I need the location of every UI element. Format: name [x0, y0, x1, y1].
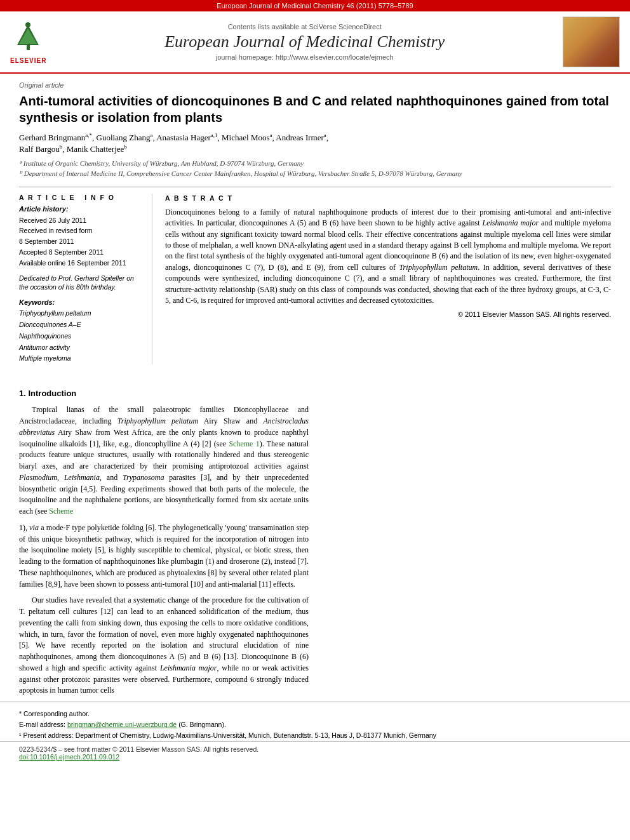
- email-author-name: (G. Bringmann).: [178, 721, 226, 728]
- article-title: Anti-tumoral activities of dioncoquinone…: [19, 93, 611, 126]
- body-two-col: 1. Introduction Tropical lianas of the s…: [19, 387, 611, 702]
- abstract-text: Dioncoquinones belong to a family of nat…: [165, 207, 611, 307]
- right-col-placeholder: [321, 387, 611, 397]
- article-history-label: Article history:: [19, 205, 144, 213]
- email-label: E-mail address:: [19, 721, 65, 728]
- issn-line: 0223-5234/$ – see front matter © 2011 El…: [19, 745, 611, 753]
- author-3: Anastasia Hagera,1,: [156, 133, 222, 142]
- author-7: Manik Chatterjeeb: [67, 144, 127, 154]
- affiliation-b: ᵇ Department of Internal Medicine II, Co…: [19, 168, 611, 179]
- author-1: Gerhard Bringmanna,*,: [19, 133, 97, 142]
- accepted-date: Accepted 8 September 2011: [19, 247, 144, 258]
- elsevier-tree-icon: [11, 20, 46, 55]
- journal-reference-text: European Journal of Medicinal Chemistry …: [217, 2, 413, 10]
- keywords-label: Keywords:: [19, 298, 144, 306]
- svg-point-4: [25, 22, 30, 27]
- elsevier-logo-area: ELSEVIER: [10, 20, 46, 64]
- article-info-abstract: A R T I C L E I N F O Article history: R…: [19, 194, 611, 365]
- email-line: E-mail address: bringman@chemie.uni-wuer…: [19, 719, 611, 730]
- article-type-label: Original article: [19, 81, 611, 89]
- corresponding-author-note: * Corresponding author.: [19, 709, 611, 719]
- journal-cover-thumbnail: [563, 17, 620, 67]
- keyword-4: Antitumor activity: [19, 342, 144, 354]
- intro-paragraph-2: 1), via a mode-F type polyketide folding…: [19, 523, 309, 590]
- abstract-col: A B S T R A C T Dioncoquinones belong to…: [165, 194, 611, 365]
- body-right-col: [321, 387, 611, 702]
- author-5: Andreas Irmera,: [276, 133, 328, 142]
- author-4: Michael Moosa,: [222, 133, 276, 142]
- intro-section-num: 1.: [19, 389, 26, 398]
- keyword-2: Dioncoquinones A–E: [19, 319, 144, 331]
- article-info-col: A R T I C L E I N F O Article history: R…: [19, 194, 152, 365]
- article-body: 1. Introduction Tropical lianas of the s…: [0, 387, 630, 702]
- journal-homepage-url: journal homepage: http://www.elsevier.co…: [54, 53, 555, 61]
- dedication-text: Dedicated to Prof. Gerhard Spiteller on …: [19, 274, 144, 292]
- article-content: Original article Anti-tumoral activities…: [0, 74, 630, 377]
- author-6: Ralf Bargoub,: [19, 144, 67, 154]
- keyword-1: Triphyophyllum peltatum: [19, 308, 144, 319]
- footnote-1: ¹ Present address: Department of Chemist…: [19, 730, 611, 741]
- abstract-header: A B S T R A C T: [165, 194, 611, 203]
- journal-title-area: Contents lists available at SciVerse Sci…: [54, 23, 555, 60]
- doi-text[interactable]: doi:10.1016/j.ejmech.2011.09.012: [19, 753, 611, 761]
- journal-header: ELSEVIER Contents lists available at Sci…: [0, 11, 630, 74]
- intro-paragraph-1: Tropical lianas of the small palaeotropi…: [19, 404, 309, 517]
- online-date: Available online 16 September 2011: [19, 258, 144, 269]
- intro-section-title: Introduction: [28, 389, 76, 398]
- footnotes-area: * Corresponding author. E-mail address: …: [0, 702, 630, 740]
- keyword-5: Multiple myeloma: [19, 353, 144, 364]
- intro-paragraph-3: Our studies have revealed that a systema…: [19, 595, 309, 697]
- received-date: Received 26 July 2011: [19, 215, 144, 226]
- copyright-notice: © 2011 Elsevier Masson SAS. All rights r…: [165, 310, 611, 320]
- keyword-3: Naphthoquinones: [19, 331, 144, 342]
- email-address[interactable]: bringman@chemie.uni-wuerzburg.de: [67, 721, 177, 728]
- elsevier-brand-label: ELSEVIER: [10, 57, 46, 64]
- authors-line: Gerhard Bringmanna,*, Guoliang Zhanga, A…: [19, 132, 611, 154]
- doi-area: 0223-5234/$ – see front matter © 2011 El…: [0, 741, 630, 766]
- affiliations: ᵃ Institute of Organic Chemistry, Univer…: [19, 158, 611, 179]
- sciverse-link[interactable]: Contents lists available at SciVerse Sci…: [54, 23, 555, 30]
- revised-date: 8 September 2011: [19, 236, 144, 247]
- revised-label: Received in revised form: [19, 225, 144, 236]
- article-info-header: A R T I C L E I N F O: [19, 194, 144, 201]
- author-2: Guoliang Zhanga,: [97, 133, 157, 142]
- section-divider: [19, 187, 611, 187]
- intro-section-heading: 1. Introduction: [19, 387, 309, 399]
- keywords-list: Triphyophyllum peltatum Dioncoquinones A…: [19, 308, 144, 364]
- body-left-col: 1. Introduction Tropical lianas of the s…: [19, 387, 309, 702]
- journal-title: European Journal of Medicinal Chemistry: [54, 32, 555, 51]
- journal-reference-bar: European Journal of Medicinal Chemistry …: [0, 0, 630, 11]
- affiliation-a: ᵃ Institute of Organic Chemistry, Univer…: [19, 158, 611, 169]
